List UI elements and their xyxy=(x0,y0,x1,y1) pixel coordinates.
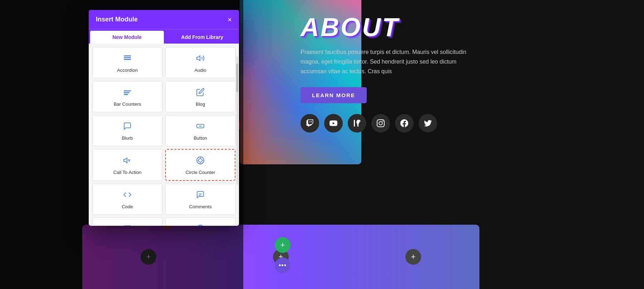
svg-rect-0 xyxy=(124,55,131,56)
circle-counter-icon xyxy=(196,156,205,167)
accordion-label: Accordion xyxy=(117,68,138,73)
facebook-icon[interactable] xyxy=(395,114,414,133)
accordion-icon xyxy=(123,54,132,65)
svg-rect-2 xyxy=(124,59,131,60)
module-accordion[interactable]: Accordion xyxy=(92,47,162,78)
countdown-timer-icon xyxy=(196,224,205,226)
svg-rect-1 xyxy=(124,57,131,58)
module-bar-counters[interactable]: Bar Counters xyxy=(92,81,162,112)
modal-tabs: New Module Add From Library xyxy=(89,29,239,44)
youtube-icon[interactable] xyxy=(324,114,343,133)
social-icons-row xyxy=(301,114,472,133)
twitter-icon[interactable] xyxy=(419,114,437,133)
about-title: ABOUT xyxy=(301,14,472,40)
tab-add-from-library[interactable]: Add From Library xyxy=(165,29,239,44)
tab-new-module[interactable]: New Module xyxy=(90,31,164,44)
module-blurb[interactable]: Blurb xyxy=(92,115,162,146)
modal-scrollbar-thumb xyxy=(236,64,238,92)
blurb-icon xyxy=(123,122,132,133)
comments-label: Comments xyxy=(189,204,212,209)
audio-label: Audio xyxy=(194,68,206,73)
insert-module-modal: Insert Module × New Module Add From Libr… xyxy=(89,10,239,226)
module-code[interactable]: Code xyxy=(92,184,162,215)
module-circle-counter[interactable]: Circle Counter xyxy=(165,149,235,181)
module-countdown-timer[interactable]: Countdown Timer xyxy=(165,218,235,226)
blog-icon xyxy=(196,88,205,99)
module-list: Accordion Audio Bar Counters xyxy=(89,44,239,226)
svg-marker-3 xyxy=(197,56,200,61)
comments-icon xyxy=(196,190,205,201)
module-grid: Accordion Audio Bar Counters xyxy=(92,47,235,226)
modal-scrollbar[interactable] xyxy=(236,56,238,185)
modal-close-button[interactable]: × xyxy=(228,16,232,23)
call-to-action-icon xyxy=(123,156,132,167)
module-button[interactable]: Button xyxy=(165,115,235,146)
svg-marker-9 xyxy=(124,158,127,163)
code-icon xyxy=(123,190,132,201)
about-body: Praesent faucibus posuere turpis et dict… xyxy=(301,47,472,76)
svg-rect-5 xyxy=(124,92,130,93)
audio-icon xyxy=(196,54,205,65)
blurb-label: Blurb xyxy=(122,135,133,141)
module-blog[interactable]: Blog xyxy=(165,81,235,112)
svg-rect-6 xyxy=(124,94,128,95)
svg-point-13 xyxy=(199,159,202,162)
modal-header: Insert Module × xyxy=(89,10,239,29)
bar-counters-icon xyxy=(123,88,132,99)
twitch-icon[interactable] xyxy=(301,114,319,133)
svg-rect-4 xyxy=(124,90,131,91)
blog-label: Blog xyxy=(196,101,205,107)
module-comments[interactable]: Comments xyxy=(165,184,235,215)
learn-more-button[interactable]: LEARN MORE xyxy=(301,87,367,103)
modal-title: Insert Module xyxy=(96,16,138,23)
instagram-icon[interactable] xyxy=(371,114,390,133)
add-row-icon[interactable]: + xyxy=(275,237,291,253)
bar-counters-label: Bar Counters xyxy=(114,101,141,107)
circle-counter-label: Circle Counter xyxy=(185,170,215,175)
contact-form-icon xyxy=(123,224,132,226)
dots-icon[interactable]: ••• xyxy=(275,258,291,273)
module-audio[interactable]: Audio xyxy=(165,47,235,78)
about-section: ABOUT Praesent faucibus posuere turpis e… xyxy=(293,0,479,140)
patreon-icon[interactable] xyxy=(348,114,366,133)
button-label: Button xyxy=(194,135,207,141)
add-column-btn-3[interactable]: + xyxy=(405,249,421,265)
button-icon xyxy=(196,122,205,133)
module-contact-form[interactable]: Contact Form xyxy=(92,218,162,226)
call-to-action-label: Call To Action xyxy=(113,170,142,175)
module-call-to-action[interactable]: Call To Action xyxy=(92,149,162,181)
code-label: Code xyxy=(122,204,133,209)
